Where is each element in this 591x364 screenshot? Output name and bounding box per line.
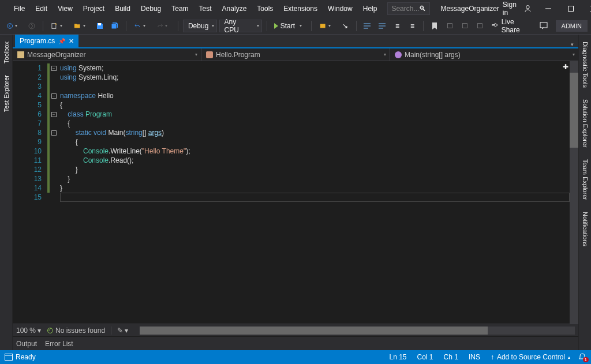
side-tab-toolbox[interactable]: Toolbox bbox=[2, 37, 11, 68]
menu-project[interactable]: Project bbox=[78, 2, 109, 15]
tab-error-list[interactable]: Error List bbox=[45, 337, 73, 350]
save-all-button[interactable] bbox=[109, 20, 121, 32]
nav-back-button[interactable] bbox=[3, 20, 23, 32]
bookmark-button[interactable] bbox=[428, 20, 441, 32]
step-button[interactable]: ↘ bbox=[339, 20, 351, 32]
outdent-button[interactable]: ≡ bbox=[406, 20, 418, 32]
toolbar-dim-2[interactable]: ☐ bbox=[458, 20, 471, 32]
status-ready: Ready bbox=[5, 353, 36, 361]
fold-icon[interactable]: − bbox=[51, 130, 57, 136]
nav-scope[interactable]: MessageOrganizer bbox=[13, 48, 201, 61]
status-col[interactable]: Col 1 bbox=[417, 353, 433, 361]
side-tab-notifications[interactable]: Notifications bbox=[581, 207, 590, 251]
menu-help[interactable]: Help bbox=[358, 2, 382, 15]
status-bar: Ready Ln 15 Col 1 Ch 1 INS ↑Add to Sourc… bbox=[0, 350, 591, 364]
nav-class[interactable]: Hello.Program bbox=[201, 48, 390, 61]
menu-view[interactable]: View bbox=[53, 2, 77, 15]
nav-member[interactable]: Main(string[] args) bbox=[390, 48, 578, 61]
tabs-overflow-button[interactable]: ▾ bbox=[566, 42, 578, 47]
fold-icon[interactable]: − bbox=[51, 93, 57, 99]
menu-window[interactable]: Window bbox=[323, 2, 357, 15]
fold-icon[interactable]: − bbox=[51, 66, 57, 71]
liveshare-icon bbox=[492, 22, 498, 30]
side-tab-test-explorer[interactable]: Test Explorer bbox=[2, 70, 11, 117]
outline-margin[interactable]: − − − − bbox=[50, 61, 58, 324]
admin-badge: ADMIN bbox=[556, 20, 588, 32]
horizontal-scrollbar[interactable] bbox=[140, 327, 575, 335]
minimize-button[interactable] bbox=[538, 0, 558, 17]
title-bar: File Edit View Project Build Debug Team … bbox=[0, 0, 591, 17]
right-tool-strip: Diagnostic Tools Solution Explorer Team … bbox=[578, 35, 591, 350]
status-ch[interactable]: Ch 1 bbox=[444, 353, 458, 361]
menu-team[interactable]: Team bbox=[167, 2, 193, 15]
notifications-button[interactable]: 1 bbox=[578, 353, 586, 361]
platform-combo[interactable]: Any CPU bbox=[219, 20, 262, 32]
indent-button[interactable]: ≡ bbox=[391, 20, 403, 32]
redo-button[interactable] bbox=[154, 20, 173, 32]
toolbar-dim-3[interactable]: ☐ bbox=[473, 20, 486, 32]
breakpoints-button[interactable] bbox=[316, 20, 336, 32]
left-tool-strip: Toolbox Test Explorer bbox=[0, 35, 13, 350]
vertical-scrollbar[interactable] bbox=[570, 61, 578, 324]
method-icon bbox=[395, 51, 402, 58]
search-input[interactable]: Search... 🔍︎ bbox=[387, 2, 430, 15]
new-item-button[interactable] bbox=[48, 20, 68, 32]
side-tab-team-explorer[interactable]: Team Explorer bbox=[581, 155, 590, 205]
edit-mode-button[interactable]: ✎ ▾ bbox=[117, 327, 128, 335]
config-combo[interactable]: Debug bbox=[183, 20, 217, 32]
menu-extensions[interactable]: Extensions bbox=[279, 2, 322, 15]
add-split-button[interactable]: ✚ bbox=[563, 62, 568, 72]
search-placeholder: Search... bbox=[391, 5, 419, 13]
source-control-button[interactable]: ↑Add to Source Control▴ bbox=[491, 353, 570, 361]
maximize-button[interactable] bbox=[561, 0, 580, 17]
menu-edit[interactable]: Edit bbox=[31, 2, 52, 15]
editor-area: Program.cs 📌 ✕ ▾ MessageOrganizer Hello.… bbox=[13, 35, 578, 350]
code-editor[interactable]: 123456789101112131415 − − − − ✚ using Sy… bbox=[13, 61, 578, 324]
open-file-button[interactable] bbox=[70, 20, 91, 32]
check-icon bbox=[47, 328, 53, 333]
scrollbar-thumb[interactable] bbox=[140, 327, 488, 335]
doc-tab-close-icon[interactable]: ✕ bbox=[69, 37, 74, 45]
menu-file[interactable]: File bbox=[9, 2, 29, 15]
toolbar-dim-1[interactable]: ☐ bbox=[443, 20, 456, 32]
pin-icon[interactable]: 📌 bbox=[58, 38, 65, 44]
close-button[interactable] bbox=[584, 0, 591, 17]
menu-debug[interactable]: Debug bbox=[136, 2, 166, 15]
side-tab-solution-explorer[interactable]: Solution Explorer bbox=[581, 95, 590, 152]
save-button[interactable] bbox=[93, 20, 106, 32]
menu-build[interactable]: Build bbox=[110, 2, 135, 15]
liveshare-button[interactable]: Live Share bbox=[488, 18, 531, 34]
menu-tools[interactable]: Tools bbox=[252, 2, 278, 15]
tab-output[interactable]: Output bbox=[16, 337, 37, 350]
feedback-button[interactable] bbox=[537, 20, 550, 32]
editor-footer: 100 % ▾ No issues found ✎ ▾ bbox=[13, 324, 578, 336]
svg-rect-5 bbox=[98, 23, 101, 25]
main-menu: File Edit View Project Build Debug Team … bbox=[9, 2, 381, 15]
issues-indicator[interactable]: No issues found bbox=[47, 327, 105, 335]
doc-tab-program[interactable]: Program.cs 📌 ✕ bbox=[15, 35, 78, 47]
undo-button[interactable] bbox=[131, 20, 151, 32]
signin-button[interactable]: Sign in bbox=[499, 0, 535, 19]
zoom-combo[interactable]: 100 % ▾ bbox=[16, 327, 42, 335]
menu-test[interactable]: Test bbox=[194, 2, 216, 15]
start-button[interactable]: Start bbox=[272, 20, 307, 32]
project-icon bbox=[17, 51, 24, 58]
liveshare-label: Live Share bbox=[502, 18, 528, 34]
play-icon bbox=[274, 23, 278, 29]
code-text[interactable]: ✚ using System; using System.Linq; names… bbox=[58, 61, 570, 324]
svg-rect-6 bbox=[320, 24, 326, 28]
nav-forward-button[interactable] bbox=[25, 20, 38, 32]
code-nav-bar: MessageOrganizer Hello.Program Main(stri… bbox=[13, 48, 578, 61]
status-ins[interactable]: INS bbox=[469, 353, 480, 361]
svg-point-0 bbox=[526, 6, 529, 9]
menu-analyze[interactable]: Analyze bbox=[218, 2, 252, 15]
svg-point-3 bbox=[29, 23, 35, 29]
uncomment-button[interactable] bbox=[376, 20, 388, 32]
status-line[interactable]: Ln 15 bbox=[390, 353, 407, 361]
main-toolbar: Debug Any CPU Start ↘ ≡ ≡ ☐ ☐ ☐ Live Sha… bbox=[0, 17, 591, 35]
svg-rect-8 bbox=[5, 354, 13, 361]
comment-button[interactable] bbox=[361, 20, 373, 32]
fold-icon[interactable]: − bbox=[51, 112, 57, 117]
scrollbar-thumb[interactable] bbox=[570, 73, 578, 148]
side-tab-diagnostic[interactable]: Diagnostic Tools bbox=[581, 37, 590, 92]
